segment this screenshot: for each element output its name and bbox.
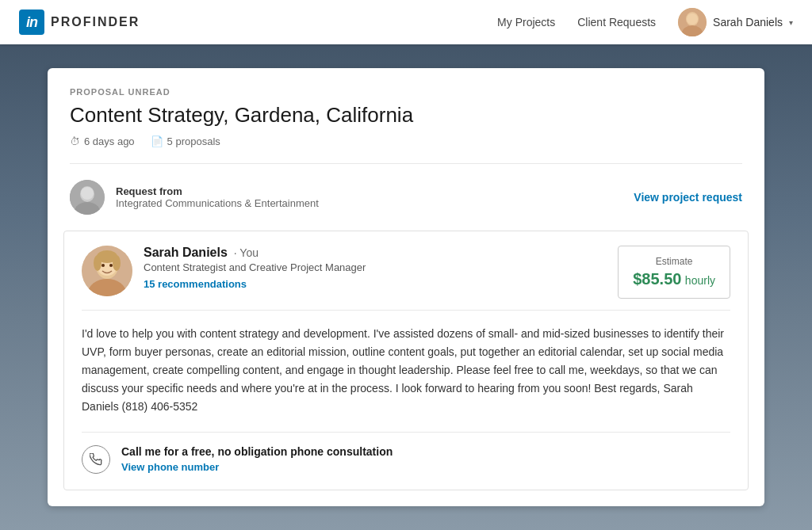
request-info: Request from Integrated Communications &… — [116, 185, 319, 209]
meta-proposals: 📄 5 proposals — [151, 135, 220, 147]
estimate-amount: $85.50 — [633, 270, 681, 288]
proposal-body: I'd love to help you with content strate… — [64, 311, 748, 432]
proposer-avatar — [82, 246, 132, 296]
user-name: Sarah Daniels — [713, 16, 783, 29]
estimate-label: Estimate — [633, 256, 715, 267]
navbar-left: in PROFINDER — [19, 10, 140, 35]
clock-icon: ⏱ — [70, 135, 80, 147]
cta-section: Call me for a free, no obligation phone … — [64, 433, 748, 490]
estimate-type: hourly — [685, 274, 715, 287]
request-from-label: Request from — [116, 185, 319, 197]
proposer-name: Sarah Daniels — [144, 246, 228, 260]
svg-point-16 — [109, 264, 113, 267]
svg-point-13 — [94, 255, 102, 271]
request-company: Integrated Communications & Entertainmen… — [116, 197, 319, 209]
brand-name: PROFINDER — [51, 15, 140, 29]
navbar: in PROFINDER My Projects Client Requests… — [0, 0, 812, 44]
main-card: PROPOSAL UNREAD Content Strategy, Garden… — [48, 68, 764, 506]
navbar-right: My Projects Client Requests Sarah Daniel… — [497, 8, 793, 36]
svg-point-7 — [81, 187, 94, 200]
view-phone-link[interactable]: View phone number — [121, 461, 219, 473]
project-title: Content Strategy, Gardena, California — [70, 103, 742, 128]
request-left: Request from Integrated Communications &… — [70, 180, 319, 215]
card-header: PROPOSAL UNREAD Content Strategy, Garden… — [48, 68, 764, 163]
svg-point-15 — [102, 264, 105, 267]
proposer-title: Content Strategist and Creative Project … — [144, 261, 366, 273]
proposal-header: Sarah Daniels · You Content Strategist a… — [64, 231, 748, 310]
estimate-box: Estimate $85.50 hourly — [618, 246, 730, 299]
proposal-card: Sarah Daniels · You Content Strategist a… — [63, 231, 749, 490]
user-menu[interactable]: Sarah Daniels ▾ — [678, 8, 793, 36]
proposer-you-label: · You — [234, 246, 259, 259]
cta-title: Call me for a free, no obligation phone … — [121, 445, 393, 458]
meta-proposals-text: 5 proposals — [167, 135, 220, 147]
user-avatar — [678, 8, 707, 36]
request-section: Request from Integrated Communications &… — [48, 164, 764, 231]
svg-point-3 — [687, 13, 698, 25]
cta-text: Call me for a free, no obligation phone … — [121, 445, 393, 474]
chevron-down-icon: ▾ — [789, 18, 793, 27]
view-project-link[interactable]: View project request — [634, 191, 742, 204]
proposer-info: Sarah Daniels · You Content Strategist a… — [144, 246, 366, 291]
proposal-status-label: PROPOSAL UNREAD — [70, 87, 742, 97]
proposal-text: I'd love to help you with content strate… — [82, 325, 730, 416]
svg-point-14 — [113, 255, 121, 271]
meta-age-text: 6 days ago — [84, 135, 135, 147]
client-requests-link[interactable]: Client Requests — [577, 16, 656, 29]
main-content: PROPOSAL UNREAD Content Strategy, Garden… — [0, 44, 812, 530]
document-icon: 📄 — [151, 135, 163, 147]
request-avatar — [70, 180, 105, 215]
linkedin-logo-icon: in — [19, 10, 44, 35]
phone-icon — [82, 445, 110, 474]
my-projects-link[interactable]: My Projects — [497, 16, 555, 29]
estimate-amount-line: $85.50 hourly — [633, 270, 715, 288]
recommendations-link[interactable]: 15 recommendations — [144, 278, 247, 290]
meta-age: ⏱ 6 days ago — [70, 135, 135, 147]
project-meta: ⏱ 6 days ago 📄 5 proposals — [70, 135, 742, 147]
proposer-left: Sarah Daniels · You Content Strategist a… — [82, 246, 366, 296]
proposer-name-line: Sarah Daniels · You — [144, 246, 366, 260]
